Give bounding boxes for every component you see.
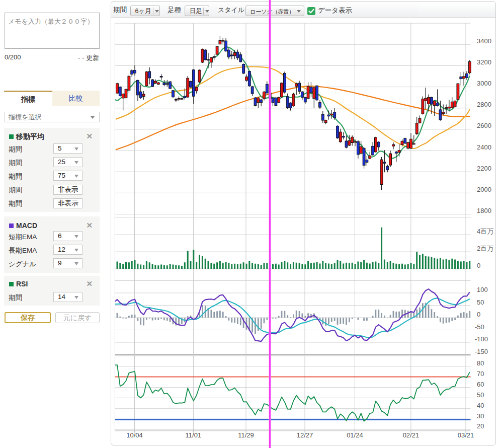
svg-text:20: 20 <box>477 422 484 430</box>
svg-text:03/21: 03/21 <box>458 431 474 439</box>
svg-text:3000: 3000 <box>477 80 491 87</box>
svg-text:-50: -50 <box>475 323 484 331</box>
svg-text:0: 0 <box>477 311 480 318</box>
svg-text:2000: 2000 <box>477 186 491 193</box>
svg-text:80: 80 <box>477 359 484 367</box>
svg-text:10/04: 10/04 <box>126 431 143 439</box>
svg-text:40: 40 <box>477 402 484 409</box>
svg-text:11/01: 11/01 <box>186 431 202 439</box>
svg-text:2200: 2200 <box>477 165 491 172</box>
svg-text:02/21: 02/21 <box>403 431 420 439</box>
svg-text:30: 30 <box>477 412 484 420</box>
svg-text:60: 60 <box>477 381 484 388</box>
svg-text:2百万: 2百万 <box>477 245 493 252</box>
svg-text:70: 70 <box>477 370 484 378</box>
svg-text:2600: 2600 <box>477 122 491 129</box>
svg-text:12/27: 12/27 <box>297 431 313 439</box>
svg-text:-150: -150 <box>475 348 488 355</box>
svg-text:100: 100 <box>477 286 488 293</box>
svg-text:11/29: 11/29 <box>238 431 254 439</box>
svg-text:2400: 2400 <box>477 143 491 151</box>
svg-text:3400: 3400 <box>477 37 491 45</box>
svg-text:1800: 1800 <box>477 207 491 214</box>
svg-text:50: 50 <box>477 391 484 399</box>
svg-text:01/24: 01/24 <box>347 431 363 439</box>
svg-text:0: 0 <box>477 262 480 269</box>
svg-text:4百万: 4百万 <box>477 228 493 235</box>
svg-text:3200: 3200 <box>477 58 491 66</box>
svg-text:-100: -100 <box>475 335 488 343</box>
svg-text:2800: 2800 <box>477 101 491 108</box>
svg-text:50: 50 <box>477 298 484 306</box>
